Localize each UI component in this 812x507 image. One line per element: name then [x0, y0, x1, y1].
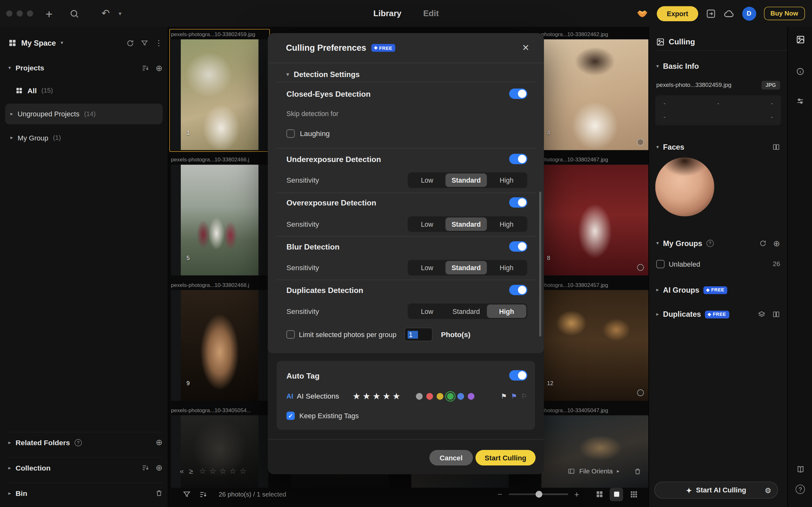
sidebar-item-related-folders[interactable]: ▸ Related Folders ? ⊕ [8, 432, 163, 452]
add-project-icon[interactable]: ⊕ [156, 63, 163, 73]
photo-cell[interactable]: photogra...10-33802462.jpg 4 [541, 31, 648, 150]
keep-existing-tags-row[interactable]: ✓ Keep Existing Tags [286, 410, 527, 422]
photo-cell[interactable]: pexels-photogra...10-33802468.j 9 [171, 282, 268, 401]
sidebar-item-bin[interactable]: ▸ Bin [8, 483, 163, 503]
face-thumbnail[interactable] [655, 157, 714, 216]
tag-star-icon[interactable]: ★ [363, 392, 371, 400]
sensitivity-option-low[interactable]: Low [409, 218, 445, 231]
sort-icon[interactable] [141, 464, 149, 471]
tag-star-icon[interactable]: ★ [392, 392, 400, 400]
my-groups-section-header[interactable]: ▾ My Groups ? ⊕ [656, 236, 780, 251]
tag-color-gray[interactable] [416, 393, 423, 399]
faces-section-header[interactable]: ▾ Faces [656, 140, 780, 155]
sensitivity-option-standard[interactable]: Standard [445, 173, 487, 187]
flag-outline-icon[interactable]: ⚐ [521, 392, 527, 400]
add-collection-icon[interactable]: ⊕ [156, 463, 163, 473]
select-circle[interactable] [637, 139, 644, 146]
sensitivity-option-standard[interactable]: Standard [445, 261, 487, 274]
file-orientation-label[interactable]: File Orienta [579, 468, 613, 475]
duplicates-toggle[interactable] [509, 285, 527, 295]
projects-section-header[interactable]: ▾ Projects ⊕ [8, 58, 163, 78]
view-grid-large-icon[interactable] [627, 487, 640, 501]
sensitivity-option-high[interactable]: High [487, 304, 526, 318]
underexposure-toggle[interactable] [509, 154, 527, 164]
export-button[interactable]: Export [657, 6, 698, 21]
chevron-right-icon[interactable]: ▸ [617, 469, 619, 474]
sensitivity-option-high[interactable]: High [487, 173, 526, 187]
avatar[interactable]: D [742, 6, 756, 20]
rating-star-icon[interactable]: ☆ [219, 466, 229, 475]
add-folder-icon[interactable]: ⊕ [156, 438, 163, 447]
slider-knob[interactable] [535, 491, 542, 498]
select-circle[interactable] [637, 264, 644, 271]
tag-star-icon[interactable]: ★ [372, 392, 380, 400]
close-icon[interactable]: ✕ [522, 43, 529, 53]
tag-star-icon[interactable]: ★ [383, 392, 390, 400]
culling-view-icon[interactable] [788, 35, 812, 44]
collapse-filmstrip-icon[interactable]: « [180, 467, 184, 475]
sidebar-item-ungrouped-projects[interactable]: ▸ Ungrouped Projects (14) [5, 104, 162, 124]
refresh-icon[interactable] [759, 240, 766, 247]
photo-thumbnail[interactable]: 5 [171, 165, 268, 275]
limit-photos-checkbox[interactable] [286, 330, 295, 339]
limit-photos-input[interactable]: 1 [405, 328, 433, 341]
group-row-unlabeled[interactable]: Unlabeled 26 [656, 257, 780, 271]
cloud-sync-icon[interactable] [723, 9, 734, 17]
help-circle-icon[interactable]: ? [74, 439, 82, 446]
sensitivity-option-high[interactable]: High [487, 218, 526, 231]
overexposure-toggle[interactable] [509, 197, 527, 208]
compare-columns-icon[interactable] [772, 311, 780, 318]
layers-icon[interactable] [758, 311, 765, 318]
photo-thumbnail[interactable]: 8 [541, 165, 648, 275]
kebab-menu-icon[interactable]: ⋮ [155, 38, 162, 48]
help-circle-icon[interactable]: ? [706, 240, 714, 247]
adjustments-icon[interactable] [788, 97, 812, 106]
sensitivity-option-low[interactable]: Low [409, 261, 445, 274]
blur-toggle[interactable] [509, 241, 527, 252]
rating-star-icon[interactable]: ☆ [229, 466, 239, 475]
start-ai-culling-button[interactable]: ✦ Start AI Culling ⚙ [654, 482, 778, 499]
basic-info-section-header[interactable]: ▾ Basic Info [656, 59, 780, 73]
filter-icon[interactable] [141, 39, 148, 47]
sensitivity-option-standard[interactable]: Standard [445, 218, 487, 231]
photo-thumbnail[interactable]: 12 [541, 290, 648, 400]
tab-edit[interactable]: Edit [423, 9, 439, 18]
tag-color-red[interactable] [426, 393, 433, 399]
duplicates-section-header[interactable]: ▸ Duplicates FREE [656, 307, 780, 322]
trash-icon[interactable] [634, 467, 641, 475]
view-grid-small-icon[interactable] [593, 487, 606, 501]
sidebar-item-collection[interactable]: ▸ Collection ⊕ [8, 457, 163, 478]
keep-existing-tags-checkbox[interactable]: ✓ [286, 411, 295, 420]
rating-star-icon[interactable]: ☆ [199, 466, 209, 475]
sensitivity-option-high[interactable]: High [487, 261, 526, 274]
view-single-icon[interactable] [610, 487, 623, 501]
rating-star-icon[interactable]: ☆ [239, 466, 250, 475]
auto-tag-toggle[interactable] [509, 370, 527, 381]
sensitivity-option-standard[interactable]: Standard [445, 304, 487, 318]
sidebar-item-all[interactable]: All (15) [15, 81, 163, 101]
workspace-selector[interactable]: My Space ▾ ⋮ [8, 33, 163, 53]
laughing-checkbox[interactable] [286, 129, 295, 137]
help-icon[interactable]: ? [788, 485, 812, 494]
zoom-in-icon[interactable]: + [574, 490, 579, 499]
tag-star-icon[interactable]: ★ [353, 392, 361, 400]
sidebar-item-my-group[interactable]: ▸ My Group (1) [10, 127, 163, 148]
start-culling-button[interactable]: Start Culling [476, 450, 536, 465]
sensitivity-option-low[interactable]: Low [409, 304, 445, 318]
photo-cell[interactable]: pexels-photogra...10-33802466.j 5 [171, 156, 268, 276]
photo-thumbnail[interactable]: 4 [541, 39, 648, 150]
detection-settings-header[interactable]: ▾ Detection Settings [286, 68, 360, 81]
tab-library[interactable]: Library [373, 9, 401, 18]
photo-cell[interactable]: photogra...10-33802457.jpg 12 [541, 282, 648, 401]
tag-color-green[interactable] [447, 393, 453, 399]
handshake-icon[interactable] [636, 8, 649, 19]
tag-color-blue[interactable] [457, 393, 464, 399]
photo-thumbnail[interactable]: 9 [171, 290, 268, 400]
filter-icon[interactable] [183, 490, 190, 498]
trash-icon[interactable] [155, 489, 163, 497]
photo-thumbnail[interactable]: 1 [171, 39, 268, 150]
compare-columns-icon[interactable] [772, 143, 780, 151]
learn-book-icon[interactable] [788, 465, 812, 473]
zoom-out-icon[interactable]: − [497, 490, 502, 499]
rating-star-icon[interactable]: ☆ [209, 466, 219, 475]
